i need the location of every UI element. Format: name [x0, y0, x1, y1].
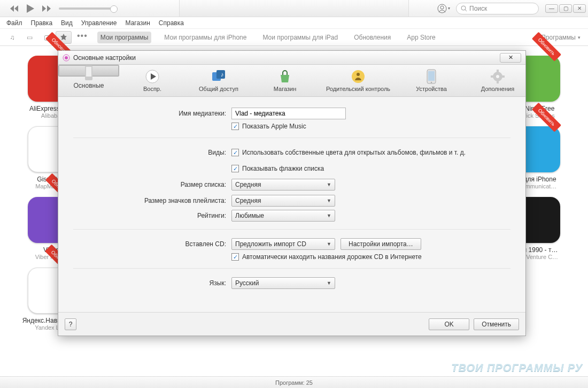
- tabstrip: ♫ ▭ ▢ ••• Мои программы Мои программы дл…: [0, 29, 588, 46]
- chevron-down-icon: ▼: [327, 213, 331, 218]
- label-ratings: Рейтинги:: [73, 212, 231, 219]
- checkbox-label: Показывать флажки списка: [242, 165, 324, 172]
- tab-ipad[interactable]: Мои программы для iPad: [259, 32, 341, 43]
- import-settings-button[interactable]: Настройки импорта…: [341, 238, 421, 250]
- search-input[interactable]: Поиск: [456, 3, 539, 14]
- menu-edit[interactable]: Правка: [31, 19, 53, 27]
- tab-label: Дополнения: [481, 86, 514, 92]
- devices-icon: [424, 69, 439, 84]
- select-value: Средняя: [235, 197, 261, 204]
- pref-tab-advanced[interactable]: Дополнения: [465, 65, 531, 96]
- tab-updates[interactable]: Обновления: [351, 32, 394, 43]
- preferences-dialog: Основные настройки ✕ Основные Воспр. ♪ О…: [58, 50, 526, 336]
- library-name-input[interactable]: [231, 108, 346, 119]
- menu-help[interactable]: Справка: [159, 19, 184, 27]
- label-language: Язык:: [73, 279, 231, 287]
- svg-line-3: [465, 10, 467, 11]
- pref-tab-parental[interactable]: Родительский контроль: [318, 65, 398, 96]
- status-label: Программ:: [275, 379, 305, 386]
- help-button[interactable]: ?: [65, 318, 76, 330]
- applemusic-checkbox[interactable]: ✓Показать Apple Music: [231, 123, 306, 130]
- volume-slider[interactable]: [59, 7, 118, 10]
- svg-text:♪: ♪: [221, 71, 224, 78]
- language-select[interactable]: Русский▼: [231, 277, 335, 289]
- cancel-button[interactable]: Отменить: [474, 318, 519, 330]
- preferences-tabs: Основные Воспр. ♪ Общий доступ Магазин Р…: [58, 65, 525, 97]
- menu-store[interactable]: Магазин: [126, 19, 150, 27]
- pref-tab-general[interactable]: Основные: [58, 65, 119, 77]
- tab-label: Родительский контроль: [326, 86, 390, 92]
- label-views: Виды:: [73, 149, 231, 156]
- more-views-button[interactable]: •••: [77, 31, 88, 44]
- tab-label: Устройства: [416, 86, 447, 92]
- watermark: ТВОИ ПРОГРАММЫ РУ: [451, 362, 583, 374]
- chevron-down-icon: ▼: [327, 198, 331, 203]
- playback-controls: [9, 3, 52, 14]
- preferences-body: Имя медиатеки: ✓Показать Apple Music Вид…: [58, 97, 525, 312]
- music-view-icon[interactable]: ♫: [4, 31, 20, 44]
- tab-label: Воспр.: [143, 86, 161, 92]
- svg-point-5: [65, 56, 68, 59]
- chevron-down-icon: ▾: [578, 35, 581, 40]
- svg-point-16: [431, 82, 432, 83]
- minimize-button[interactable]: —: [545, 4, 558, 13]
- pref-tab-store[interactable]: Магазин: [252, 65, 318, 96]
- label-iconsize: Размер значков плейлиста:: [73, 197, 231, 204]
- svg-point-2: [461, 6, 466, 10]
- showflags-checkbox[interactable]: ✓Показывать флажки списка: [231, 165, 324, 172]
- checkbox-label: Автоматически находить названия дорожек …: [242, 253, 422, 261]
- label-cd: Вставлен CD:: [73, 240, 231, 248]
- pref-tab-devices[interactable]: Устройства: [398, 65, 465, 96]
- checkbox-label: Использовать собственные цвета для откры…: [242, 149, 466, 156]
- menu-control[interactable]: Управление: [81, 19, 117, 27]
- menu-file[interactable]: Файл: [6, 19, 22, 27]
- menu-view[interactable]: Вид: [61, 19, 73, 27]
- movies-view-icon[interactable]: ▭: [21, 31, 37, 44]
- maximize-button[interactable]: ▢: [559, 4, 572, 13]
- select-value: Предложить импорт CD: [235, 240, 306, 248]
- search-placeholder: Поиск: [469, 5, 487, 12]
- status-count: 25: [306, 379, 313, 386]
- play-button[interactable]: [25, 3, 36, 14]
- label-listsize: Размер списка:: [73, 181, 231, 188]
- playback-icon: [145, 69, 160, 84]
- iconsize-select[interactable]: Средняя▼: [231, 195, 335, 207]
- cd-action-select[interactable]: Предложить импорт CD▼: [231, 238, 335, 250]
- auto-cdnames-checkbox[interactable]: ✓Автоматически находить названия дорожек…: [231, 253, 422, 261]
- store-icon: [277, 69, 292, 84]
- chevron-down-icon: ▼: [327, 182, 331, 187]
- customcolors-checkbox[interactable]: ✓Использовать собственные цвета для откр…: [231, 149, 466, 156]
- svg-rect-22: [502, 75, 505, 78]
- ok-button[interactable]: OK: [429, 318, 469, 330]
- close-button[interactable]: ✕: [573, 4, 586, 13]
- listsize-select[interactable]: Средняя▼: [231, 179, 335, 191]
- label-library: Имя медиатеки:: [73, 110, 231, 117]
- chevron-down-icon: ▼: [327, 280, 331, 286]
- menubar: Файл Правка Вид Управление Магазин Справ…: [0, 17, 588, 29]
- ratings-select[interactable]: Любимые▼: [231, 210, 335, 222]
- itunes-icon: [63, 54, 70, 62]
- tab-label: Общий доступ: [199, 86, 238, 92]
- pref-tab-playback[interactable]: Воспр.: [119, 65, 185, 96]
- category-dropdown[interactable]: Программы ▾: [541, 34, 584, 41]
- svg-point-13: [357, 73, 360, 76]
- next-button[interactable]: [41, 3, 52, 14]
- dialog-footer: ? OK Отменить: [58, 312, 525, 336]
- dialog-close-button[interactable]: ✕: [500, 53, 521, 63]
- tab-label: Основные: [74, 82, 104, 89]
- titlebar: ▾ Поиск — ▢ ✕: [0, 0, 588, 17]
- chevron-down-icon: ▼: [327, 241, 331, 247]
- tab-appstore[interactable]: App Store: [404, 32, 438, 43]
- tab-label: Магазин: [274, 86, 296, 92]
- tab-my-apps[interactable]: Мои программы: [97, 32, 152, 43]
- tab-iphone[interactable]: Мои программы для iPhone: [161, 32, 250, 43]
- gear-icon: [490, 69, 505, 84]
- general-icon: [81, 65, 96, 80]
- svg-point-12: [352, 70, 365, 83]
- now-playing-display: [179, 0, 409, 17]
- prev-button[interactable]: [9, 3, 20, 14]
- checkbox-label: Показать Apple Music: [242, 123, 306, 130]
- account-button[interactable]: ▾: [435, 3, 453, 14]
- pref-tab-sharing[interactable]: ♪ Общий доступ: [185, 65, 252, 96]
- statusbar: Программ: 25: [0, 376, 588, 388]
